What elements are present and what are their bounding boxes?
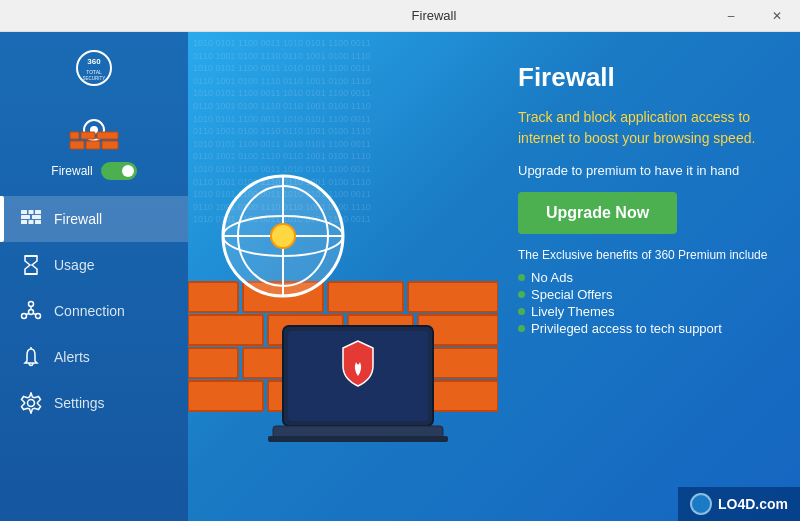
svg-rect-14 <box>35 220 41 224</box>
sidebar-item-firewall[interactable]: Firewall <box>0 196 188 242</box>
benefit-dot-3 <box>518 308 525 315</box>
minimize-button[interactable]: – <box>708 0 754 32</box>
svg-rect-43 <box>328 282 403 312</box>
benefit-dot-2 <box>518 291 525 298</box>
sidebar-item-connection-label: Connection <box>54 303 125 319</box>
connection-nav-icon <box>20 300 42 322</box>
watermark-text: LO4D.com <box>718 496 788 512</box>
benefit-item-4: Privileged access to tech support <box>518 321 770 336</box>
benefit-label-3: Lively Themes <box>531 304 615 319</box>
sidebar-item-settings-label: Settings <box>54 395 105 411</box>
panel-title: Firewall <box>518 62 770 93</box>
svg-rect-44 <box>408 282 498 312</box>
benefits-section: The Exclusive benefits of 360 Premium in… <box>518 248 770 336</box>
title-bar: Firewall – ✕ <box>0 0 800 32</box>
svg-rect-8 <box>102 141 118 149</box>
svg-text:360: 360 <box>87 57 101 66</box>
benefit-item-3: Lively Themes <box>518 304 770 319</box>
svg-text:SECURITY: SECURITY <box>83 76 106 81</box>
usage-nav-icon <box>20 254 42 276</box>
svg-line-26 <box>33 314 36 315</box>
svg-rect-29 <box>188 381 263 411</box>
sidebar-item-usage[interactable]: Usage <box>0 242 188 288</box>
svg-rect-11 <box>97 132 118 139</box>
sidebar-nav: Firewall Usage <box>0 196 188 521</box>
svg-rect-41 <box>188 282 238 312</box>
upgrade-prompt: Upgrade to premium to have it in hand <box>518 163 770 178</box>
app-body: 360 TOTAL SECURITY <box>0 32 800 521</box>
svg-rect-6 <box>70 141 84 149</box>
watermark-globe-icon <box>690 493 712 515</box>
svg-point-20 <box>29 302 34 307</box>
sidebar-item-connection[interactable]: Connection <box>0 288 188 334</box>
close-button[interactable]: ✕ <box>754 0 800 32</box>
svg-point-50 <box>271 224 295 248</box>
svg-text:TOTAL: TOTAL <box>86 69 102 75</box>
panel-subtitle: Track and block application access toint… <box>518 107 770 149</box>
benefit-label-1: No Ads <box>531 270 573 285</box>
alerts-nav-icon <box>20 346 42 368</box>
svg-point-23 <box>29 310 34 315</box>
title-bar-title: Firewall <box>160 8 708 23</box>
sidebar-item-usage-label: Usage <box>54 257 94 273</box>
firewall-nav-icon <box>20 208 42 230</box>
svg-point-28 <box>28 400 35 407</box>
svg-rect-9 <box>70 132 79 139</box>
upgrade-now-button[interactable]: Upgrade Now <box>518 192 677 234</box>
benefit-dot-1 <box>518 274 525 281</box>
svg-rect-15 <box>21 215 30 219</box>
benefit-label-4: Privileged access to tech support <box>531 321 722 336</box>
logo-icon: 360 TOTAL SECURITY <box>76 50 112 86</box>
sidebar: 360 TOTAL SECURITY <box>0 32 188 521</box>
watermark: LO4D.com <box>678 487 800 521</box>
svg-rect-7 <box>86 141 100 149</box>
svg-rect-54 <box>268 436 448 442</box>
svg-rect-18 <box>29 210 34 214</box>
firewall-toggle-section: Firewall <box>0 98 188 196</box>
svg-rect-19 <box>35 210 41 214</box>
sidebar-logo: 360 TOTAL SECURITY <box>0 32 188 98</box>
sidebar-item-alerts[interactable]: Alerts <box>0 334 188 380</box>
svg-rect-16 <box>32 215 41 219</box>
info-panel: Firewall Track and block application acc… <box>498 32 800 521</box>
benefits-title: The Exclusive benefits of 360 Premium in… <box>518 248 770 262</box>
svg-rect-12 <box>21 220 27 224</box>
firewall-toggle[interactable] <box>101 162 137 180</box>
svg-line-25 <box>26 314 29 315</box>
illustration-area <box>188 32 498 521</box>
main-illustration <box>188 61 498 521</box>
svg-rect-10 <box>81 132 95 139</box>
settings-nav-icon <box>20 392 42 414</box>
sidebar-item-firewall-label: Firewall <box>54 211 102 227</box>
title-bar-controls: – ✕ <box>708 0 800 32</box>
sidebar-item-settings[interactable]: Settings <box>0 380 188 426</box>
benefit-item-1: No Ads <box>518 270 770 285</box>
svg-rect-13 <box>29 220 34 224</box>
firewall-toggle-label: Firewall <box>51 164 92 178</box>
svg-rect-33 <box>188 348 238 378</box>
svg-rect-17 <box>21 210 27 214</box>
benefit-dot-4 <box>518 325 525 332</box>
benefit-item-2: Special Offers <box>518 287 770 302</box>
svg-rect-37 <box>188 315 263 345</box>
main-content: 1010 0101 1100 0011 1010 0101 1100 0011 … <box>188 32 800 521</box>
firewall-top-icon <box>66 106 122 154</box>
sidebar-item-alerts-label: Alerts <box>54 349 90 365</box>
svg-rect-32 <box>428 381 498 411</box>
benefit-label-2: Special Offers <box>531 287 612 302</box>
